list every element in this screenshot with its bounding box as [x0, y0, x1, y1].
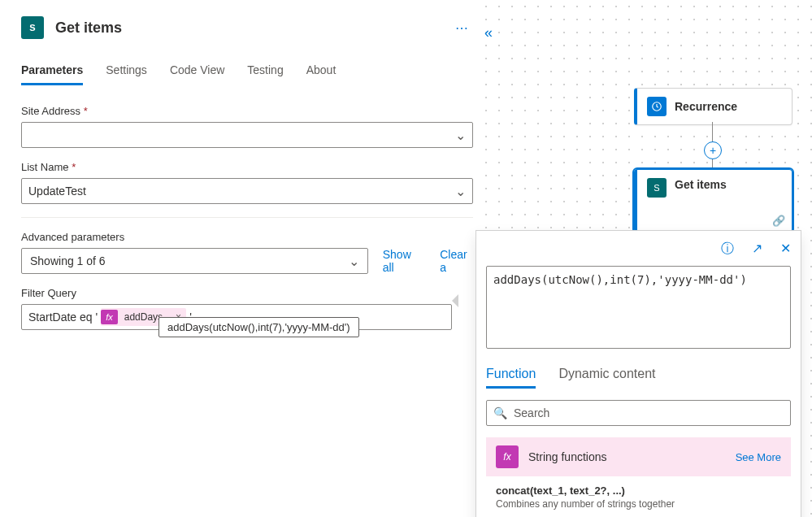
tab-function[interactable]: Function	[486, 367, 536, 389]
expression-tooltip: addDays(utcNow(),int(7),'yyyy-MM-dd')	[158, 317, 359, 337]
tab-testing[interactable]: Testing	[247, 63, 283, 85]
recurrence-node[interactable]: Recurrence	[634, 88, 792, 125]
function-item-concat[interactable]: concat(text_1, text_2?, ...) Combines an…	[486, 476, 791, 517]
page-title: Get items	[55, 20, 455, 37]
search-icon: 🔍	[493, 406, 507, 419]
popup-caret	[452, 294, 458, 307]
clear-all-link[interactable]: Clear a	[440, 248, 476, 274]
close-icon[interactable]: ✕	[780, 241, 791, 258]
chevron-down-icon: ⌄	[455, 128, 466, 143]
show-all-link[interactable]: Show all	[383, 248, 426, 274]
chevron-down-icon: ⌄	[349, 254, 359, 269]
collapse-panel-icon[interactable]: «	[484, 24, 493, 41]
expression-textarea[interactable]	[486, 266, 791, 349]
sharepoint-icon: S	[21, 16, 44, 39]
fx-icon: fx	[496, 445, 519, 468]
info-icon[interactable]: ⓘ	[721, 241, 734, 258]
action-config-panel: S Get items ⋯ Parameters Settings Code V…	[0, 0, 476, 517]
advanced-parameters-label: Advanced parameters	[21, 231, 476, 243]
list-name-select[interactable]: UpdateTest ⌄	[21, 178, 473, 204]
advanced-parameters-select[interactable]: Showing 1 of 6 ⌄	[21, 248, 368, 274]
get-items-node[interactable]: S Get items 🔗	[634, 169, 792, 232]
tab-settings[interactable]: Settings	[106, 63, 147, 85]
expression-editor-panel: ⓘ ↗ ✕ Function Dynamic content 🔍 Search …	[475, 230, 801, 517]
tab-code-view[interactable]: Code View	[170, 63, 224, 85]
expand-icon[interactable]: ↗	[752, 241, 762, 258]
chevron-down-icon: ⌄	[455, 184, 466, 199]
clock-icon	[647, 97, 667, 116]
tab-dynamic-content[interactable]: Dynamic content	[558, 367, 655, 389]
panel-header: S Get items ⋯	[21, 16, 476, 39]
sharepoint-icon: S	[647, 178, 667, 198]
function-search-input[interactable]: 🔍 Search	[486, 400, 791, 426]
see-more-link[interactable]: See More	[736, 451, 781, 463]
string-functions-category[interactable]: fx String functions See More	[486, 437, 791, 476]
list-name-label: List Name *	[21, 161, 476, 173]
tabs: Parameters Settings Code View Testing Ab…	[21, 63, 476, 85]
more-icon[interactable]: ⋯	[455, 20, 468, 36]
tab-parameters[interactable]: Parameters	[21, 63, 83, 85]
divider	[21, 217, 473, 218]
tab-about[interactable]: About	[306, 63, 337, 85]
link-icon: 🔗	[772, 215, 785, 227]
site-address-select[interactable]: ⌄	[21, 122, 473, 148]
fx-icon: fx	[101, 310, 118, 324]
add-step-button[interactable]: +	[704, 141, 722, 159]
site-address-label: Site Address *	[21, 105, 476, 117]
filter-query-label: Filter Query	[21, 287, 476, 299]
